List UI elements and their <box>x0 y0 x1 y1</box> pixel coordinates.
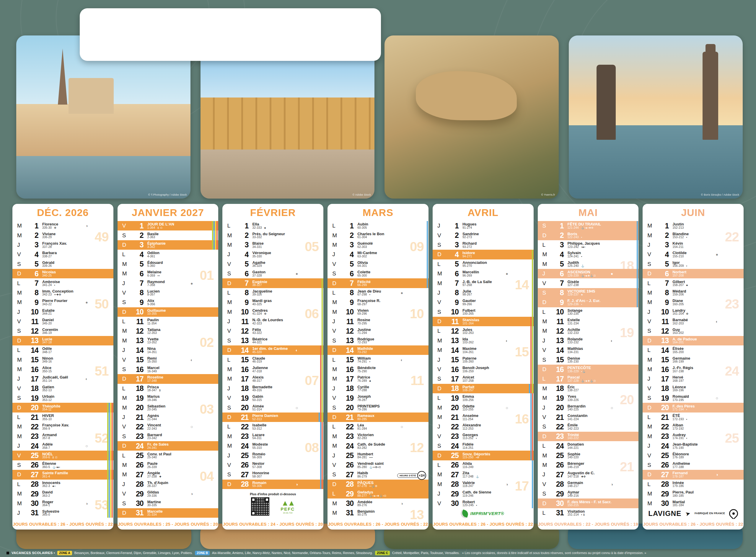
day-row: V18Léonce169-196 <box>642 384 744 393</box>
day-symbols-icon: ▪▪⚓✠ <box>370 485 378 488</box>
vacation-zone-stripe <box>530 336 532 346</box>
saint-name: Blaise <box>252 241 263 245</box>
day-subrow: 32-333♣ <box>252 226 266 229</box>
saint-name: J.-Fr. Régis <box>672 366 693 370</box>
day-subrow: 351-14 <box>42 379 68 382</box>
saint-name: Bernadette <box>252 385 272 389</box>
day-number: 1 <box>25 222 38 230</box>
day-row: S26Étienne360-5⚓▪♣▪ <box>12 460 114 470</box>
day-of-year: 151-214 <box>568 513 579 516</box>
saint-name: Mi-Carême <box>357 251 377 255</box>
day-row-holiday: L17Pascal137-228⚓▪♣✚⚓⊡ <box>538 374 639 384</box>
vacation-zone-stripe <box>532 489 533 498</box>
day-number: 17 <box>656 375 669 383</box>
saint-name: Guénolé <box>357 241 373 245</box>
day-info: Roméo56-309 <box>252 452 265 459</box>
day-number: 24 <box>25 442 38 450</box>
moon-phase-icon: ○ <box>190 424 193 429</box>
day-subrow: 361-4 <box>42 475 68 478</box>
day-letter: D <box>542 500 551 507</box>
qr-code <box>251 497 269 516</box>
vacation-zone-stripe <box>322 288 323 298</box>
moon-phase-icon: ◐ <box>295 348 298 353</box>
day-info: NOËL359-6$ ⊡ <box>42 452 58 459</box>
day-of-year: 39-326 <box>252 293 262 296</box>
saint-name: Paule <box>147 462 158 466</box>
day-number: 24 <box>551 442 564 450</box>
day-number: 12 <box>25 327 38 335</box>
day-number: 23 <box>25 432 38 441</box>
saint-name: Sandrine <box>463 232 479 236</box>
zone-cities: Créteil, Montpellier, Paris, Toulouse, V… <box>392 551 460 555</box>
day-of-year: 83-282 <box>357 446 367 449</box>
day-info: Barnard23-342 <box>147 433 162 440</box>
day-subrow: 114-251 <box>463 446 474 449</box>
vacation-zone-stripe <box>532 355 533 364</box>
day-letter: M <box>122 338 130 344</box>
day-symbols-icon: ⚓▪♣▪✚⚓▪⊡ <box>370 495 386 497</box>
vacation-zone-stripe <box>322 317 323 326</box>
saint-name: Nina <box>147 347 157 351</box>
day-of-year: 109-256 <box>463 399 474 402</box>
day-number: 25 <box>446 451 459 460</box>
day-letter: L <box>122 452 130 459</box>
moon-phase-icon: ○ <box>401 424 403 429</box>
saint-name: Sainte Famille <box>42 471 68 475</box>
day-of-year: 353-12 <box>42 399 52 402</box>
day-row: M9Mardi gras40-325 <box>222 298 323 307</box>
day-row: M15Ninon349-16 <box>12 355 114 364</box>
day-row: S6Gaston37-328● <box>222 269 323 278</box>
day-of-year: 98-267 <box>463 293 472 296</box>
day-row-holiday: V25NOËL359-6$ ⊡ <box>12 450 114 460</box>
day-info: Charles le Bon61-304 <box>357 232 384 239</box>
day-of-year: 358-7 <box>42 446 50 449</box>
day-subrow: 27-338✚ <box>147 475 161 478</box>
day-info: Humbert84-281▪▪▪ <box>357 452 373 459</box>
day-info: Vivien69-296 <box>357 309 369 316</box>
saint-name: Paulin <box>147 318 159 322</box>
day-info: Florence335-30✠ <box>42 222 58 229</box>
saint-name: Émile <box>568 423 579 427</box>
day-number: 4 <box>656 250 669 259</box>
photo-credit: © Adobe Stock <box>353 193 371 196</box>
day-info: Boris122-243▪ <box>568 232 582 239</box>
vacation-zone-stripe <box>320 441 321 450</box>
day-subrow: 60-305 <box>357 226 368 229</box>
day-number: 7 <box>25 279 38 288</box>
day-info: Igor156-209▪ <box>672 261 687 268</box>
day-subrow: 360-5⚓▪♣▪ <box>42 466 60 469</box>
day-number: 5 <box>341 260 353 268</box>
day-info: PRINTEMPS79-286 <box>357 404 380 411</box>
vacation-zone-stripe <box>320 432 321 441</box>
day-subrow: 128-237♣ <box>568 293 595 296</box>
day-letter: L <box>227 223 235 229</box>
day-number: 14 <box>235 346 248 355</box>
day-number: 19 <box>656 394 669 403</box>
day-info: Félix43-322 <box>252 328 262 335</box>
day-subrow: 4-361 <box>147 255 159 258</box>
day-number: 26 <box>130 461 144 469</box>
day-letter: D <box>647 471 656 478</box>
day-info: Matthias134-231 <box>568 347 583 354</box>
day-subrow: 172-193▪ <box>672 418 687 421</box>
day-letter: L <box>542 376 551 382</box>
day-row: L22Isabelle53-312 <box>222 422 323 432</box>
day-letter: M <box>122 462 130 468</box>
day-subrow: 117-248⚓ <box>463 475 479 478</box>
day-of-year: 100-265 <box>463 312 474 315</box>
saint-name: Nicolas <box>42 270 56 274</box>
day-row: M23Audrey174-191▪25 <box>642 432 744 441</box>
day-info: Clotilde155-210 <box>672 251 687 258</box>
saint-name: Judicaël, Gaël <box>42 375 68 379</box>
day-subrow: 150-215 <box>568 504 611 507</box>
day-number: 17 <box>551 375 564 383</box>
day-of-year: 362-3 <box>42 485 50 488</box>
saint-name: Élisée <box>672 347 684 351</box>
day-row-holiday: D27Fernand178-187◑ <box>642 470 744 479</box>
day-of-year: 141-224 <box>568 418 579 421</box>
day-info: Bérenger146-219 <box>568 462 585 469</box>
day-info: VICTOIRE 1945128-237♣ <box>568 289 595 296</box>
day-row: S13Rodrigue72-293 <box>327 336 429 346</box>
day-subrow: 79-286 <box>357 408 380 411</box>
day-letter: M <box>542 385 551 392</box>
